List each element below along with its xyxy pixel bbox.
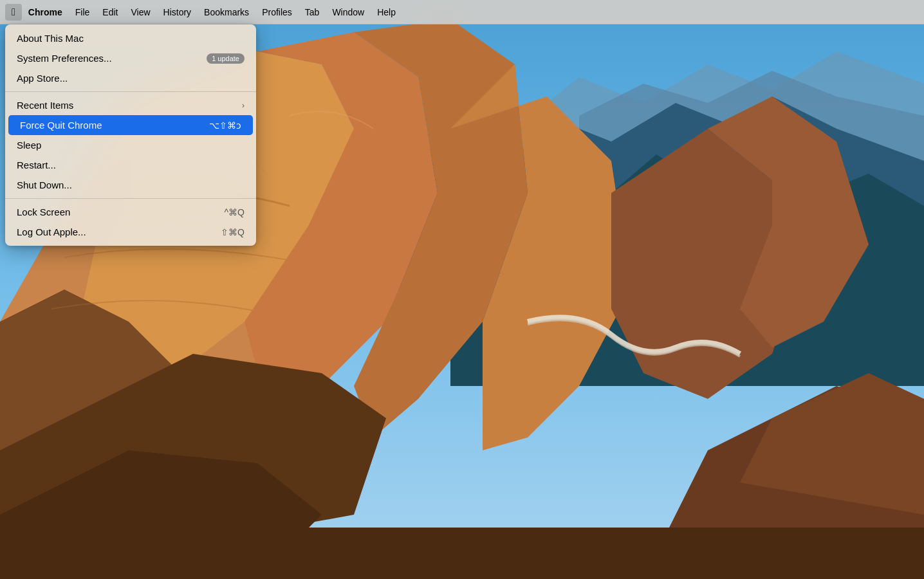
recent-items-label: Recent Items <box>17 100 242 111</box>
menu-item-force-quit-chrome[interactable]: Force Quit Chrome ⌥⇧⌘ↄ <box>8 115 253 135</box>
menubar-item-history[interactable]: History <box>157 5 198 19</box>
force-quit-chrome-label: Force Quit Chrome <box>20 120 196 131</box>
menubar-item-view[interactable]: View <box>124 5 156 19</box>
submenu-arrow-icon: › <box>242 101 245 110</box>
menubar-item-chrome[interactable]: Chrome <box>22 5 69 19</box>
menubar-item-file[interactable]: File <box>69 5 97 19</box>
menubar-item-profiles[interactable]: Profiles <box>255 5 299 19</box>
menubar-item-help[interactable]: Help <box>371 5 402 19</box>
separator-2 <box>5 198 256 199</box>
menubar-item-edit[interactable]: Edit <box>96 5 124 19</box>
menu-item-lock-screen[interactable]: Lock Screen ^⌘Q <box>5 202 256 222</box>
menu-item-app-store[interactable]: App Store... <box>5 68 256 88</box>
apple-menu-button[interactable]:  <box>5 4 22 21</box>
lock-screen-label: Lock Screen <box>17 207 212 217</box>
restart-label: Restart... <box>17 160 245 170</box>
system-preferences-label: System Preferences... <box>17 53 200 64</box>
app-store-label: App Store... <box>17 73 245 84</box>
log-out-label: Log Out Apple... <box>17 226 208 237</box>
menu-item-restart[interactable]: Restart... <box>5 155 256 175</box>
menu-item-about-this-mac[interactable]: About This Mac <box>5 28 256 48</box>
svg-rect-19 <box>0 528 924 579</box>
menu-item-recent-items[interactable]: Recent Items › <box>5 95 256 115</box>
menubar-item-bookmarks[interactable]: Bookmarks <box>198 5 255 19</box>
menubar-item-tab[interactable]: Tab <box>299 5 326 19</box>
lock-screen-shortcut: ^⌘Q <box>225 207 245 217</box>
menu-item-system-preferences[interactable]: System Preferences... 1 update <box>5 48 256 68</box>
update-badge: 1 update <box>207 53 245 64</box>
shut-down-label: Shut Down... <box>17 179 245 190</box>
menu-item-shut-down[interactable]: Shut Down... <box>5 175 256 195</box>
log-out-shortcut: ⇧⌘Q <box>221 227 245 237</box>
menu-item-log-out[interactable]: Log Out Apple... ⇧⌘Q <box>5 222 256 242</box>
sleep-label: Sleep <box>17 140 245 151</box>
menubar-item-window[interactable]: Window <box>326 5 371 19</box>
menubar:  Chrome File Edit View History Bookmark… <box>0 0 924 24</box>
apple-dropdown-menu: About This Mac System Preferences... 1 u… <box>5 24 256 246</box>
menu-item-sleep[interactable]: Sleep <box>5 135 256 155</box>
about-this-mac-label: About This Mac <box>17 33 245 44</box>
force-quit-shortcut: ⌥⇧⌘ↄ <box>209 120 241 131</box>
separator-1 <box>5 91 256 92</box>
